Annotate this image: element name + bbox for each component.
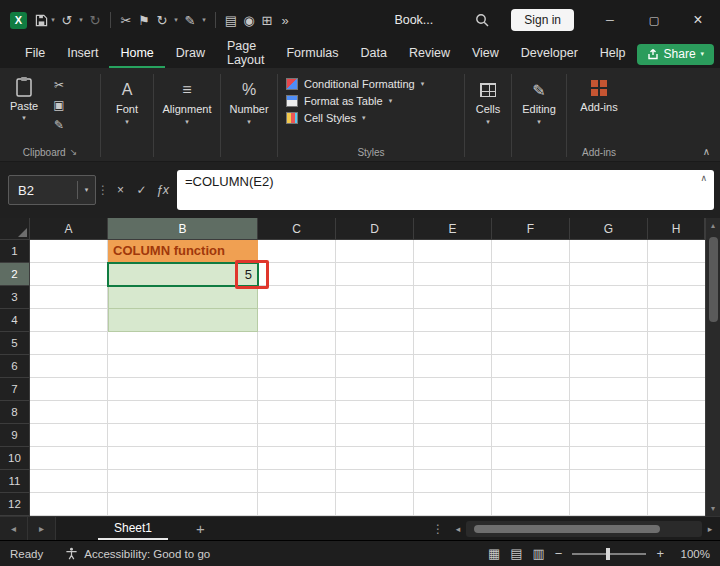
column-header-h[interactable]: H xyxy=(648,218,705,240)
tab-help[interactable]: Help xyxy=(589,40,637,68)
cell-b4[interactable] xyxy=(109,309,257,332)
column-header-g[interactable]: G xyxy=(570,218,648,240)
normal-view-icon[interactable]: ▦ xyxy=(488,546,500,561)
collapse-ribbon-icon[interactable]: ∧ xyxy=(703,146,710,157)
conditional-formatting-button[interactable]: Conditional Formatting ▾ xyxy=(286,78,464,90)
close-button[interactable]: × xyxy=(676,0,720,40)
number-group-button[interactable]: % Number ▾ xyxy=(221,68,277,161)
zoom-level[interactable]: 100% xyxy=(674,548,710,560)
row-header-8[interactable]: 8 xyxy=(0,401,30,424)
zoom-in-button[interactable]: + xyxy=(656,546,664,561)
hscroll-left-icon[interactable]: ◂ xyxy=(450,524,466,534)
row-header-2[interactable]: 2 xyxy=(0,263,30,286)
addins-group-button[interactable]: Add-ins Add-ins xyxy=(567,68,631,161)
collapse-formula-bar-icon[interactable]: ∧ xyxy=(700,173,707,183)
tab-data[interactable]: Data xyxy=(350,40,398,68)
column-header-a[interactable]: A xyxy=(30,218,108,240)
horizontal-scrollbar-thumb[interactable] xyxy=(474,525,660,533)
tab-home[interactable]: Home xyxy=(109,40,164,68)
tab-view[interactable]: View xyxy=(461,40,510,68)
cancel-entry-icon[interactable]: × xyxy=(110,183,131,197)
row-header-4[interactable]: 4 xyxy=(0,309,30,332)
row-header-11[interactable]: 11 xyxy=(0,470,30,493)
insert-function-icon[interactable]: ƒx xyxy=(152,183,173,197)
paste-button[interactable]: Paste ▾ xyxy=(0,76,48,145)
flag-icon[interactable]: ⚑ xyxy=(135,13,153,28)
save-icon[interactable] xyxy=(35,14,48,27)
scroll-down-icon[interactable]: ▾ xyxy=(706,501,720,516)
font-group-button[interactable]: A Font ▾ xyxy=(101,68,153,161)
horizontal-scrollbar[interactable]: ◂ ▸ xyxy=(450,520,718,537)
tab-insert[interactable]: Insert xyxy=(56,40,109,68)
accessibility-status[interactable]: Accessibility: Good to go xyxy=(65,547,210,560)
vertical-scrollbar[interactable]: ▴ ▾ xyxy=(705,218,720,516)
editing-group-button[interactable]: ✎ Editing ▾ xyxy=(512,68,566,161)
cut-icon[interactable]: ✂ xyxy=(117,13,135,28)
page-layout-view-icon[interactable]: ▤ xyxy=(510,546,522,561)
save-dropdown-icon[interactable]: ▾ xyxy=(48,16,58,24)
name-box[interactable]: B2 ▾ xyxy=(8,175,96,205)
document-icon[interactable]: ▤ xyxy=(222,13,240,28)
tab-review[interactable]: Review xyxy=(398,40,461,68)
vertical-scrollbar-thumb[interactable] xyxy=(709,237,718,322)
camera-icon[interactable]: ◉ xyxy=(240,13,258,28)
hscroll-track[interactable] xyxy=(466,521,702,537)
copy-icon[interactable]: ▣ xyxy=(48,98,70,112)
tab-file[interactable]: File xyxy=(14,40,56,68)
zoom-slider-thumb[interactable] xyxy=(606,548,610,560)
cell-b3[interactable] xyxy=(109,286,257,309)
sheet-nav-right-icon[interactable]: ▸ xyxy=(28,517,56,540)
tab-draw[interactable]: Draw xyxy=(165,40,216,68)
cells-group-button[interactable]: Cells ▾ xyxy=(465,68,511,161)
name-box-dropdown-icon[interactable]: ▾ xyxy=(78,186,95,194)
table-icon[interactable]: ⊞ xyxy=(258,13,276,28)
refresh-dropdown-icon[interactable]: ▾ xyxy=(171,16,181,24)
enter-entry-icon[interactable]: ✓ xyxy=(131,183,152,197)
refresh-icon[interactable]: ↻ xyxy=(153,13,171,28)
undo-dropdown-icon[interactable]: ▾ xyxy=(76,16,86,24)
row-header-3[interactable]: 3 xyxy=(0,286,30,309)
zoom-slider[interactable] xyxy=(572,547,646,561)
row-header-7[interactable]: 7 xyxy=(0,378,30,401)
undo-icon[interactable]: ↺ xyxy=(58,13,76,28)
format-as-table-button[interactable]: Format as Table ▾ xyxy=(286,95,464,107)
minimize-button[interactable]: ─ xyxy=(588,0,632,40)
page-break-view-icon[interactable]: ▥ xyxy=(533,546,545,561)
cut-icon[interactable]: ✂ xyxy=(48,78,70,92)
sign-in-button[interactable]: Sign in xyxy=(511,9,574,31)
row-header-9[interactable]: 9 xyxy=(0,424,30,447)
cell-styles-button[interactable]: Cell Styles ▾ xyxy=(286,112,464,124)
scroll-up-icon[interactable]: ▴ xyxy=(706,218,720,233)
row-header-6[interactable]: 6 xyxy=(0,355,30,378)
add-sheet-button[interactable]: + xyxy=(196,520,205,537)
row-header-5[interactable]: 5 xyxy=(0,332,30,355)
redo-icon[interactable]: ↻ xyxy=(86,13,104,28)
row-header-1[interactable]: 1 xyxy=(0,240,30,263)
tab-page-layout[interactable]: Page Layout xyxy=(216,40,276,68)
maximize-button[interactable]: ▢ xyxy=(632,0,676,40)
paste-dropdown-icon[interactable]: ▾ xyxy=(22,114,26,122)
column-header-c[interactable]: C xyxy=(258,218,336,240)
toolbar-overflow-icon[interactable]: » xyxy=(276,13,294,28)
draw-pen-icon[interactable]: ✎ xyxy=(181,13,199,28)
zoom-out-button[interactable]: − xyxy=(555,546,563,561)
alignment-group-button[interactable]: ≡ Alignment ▾ xyxy=(154,68,220,161)
format-painter-icon[interactable]: ✎ xyxy=(48,118,70,132)
clipboard-dialog-launcher-icon[interactable]: ↘ xyxy=(70,147,78,157)
formula-bar-dots-icon[interactable]: ⋮ xyxy=(96,183,110,197)
select-all-button[interactable] xyxy=(0,218,30,240)
pen-dropdown-icon[interactable]: ▾ xyxy=(199,16,209,24)
column-header-b[interactable]: B xyxy=(108,218,258,240)
sheet-tab-sheet1[interactable]: Sheet1 xyxy=(98,517,168,540)
row-header-10[interactable]: 10 xyxy=(0,447,30,470)
hscroll-right-icon[interactable]: ▸ xyxy=(702,524,718,534)
tab-formulas[interactable]: Formulas xyxy=(275,40,349,68)
row-header-12[interactable]: 12 xyxy=(0,493,30,516)
tab-developer[interactable]: Developer xyxy=(510,40,589,68)
share-button[interactable]: Share ▾ xyxy=(637,44,715,65)
sheet-nav-left-icon[interactable]: ◂ xyxy=(0,517,28,540)
sheet-bar-dots-icon[interactable]: ⋮ xyxy=(432,517,444,540)
column-header-e[interactable]: E xyxy=(414,218,492,240)
column-header-f[interactable]: F xyxy=(492,218,570,240)
formula-input[interactable]: =COLUMN(E2) ∧ xyxy=(177,170,714,210)
